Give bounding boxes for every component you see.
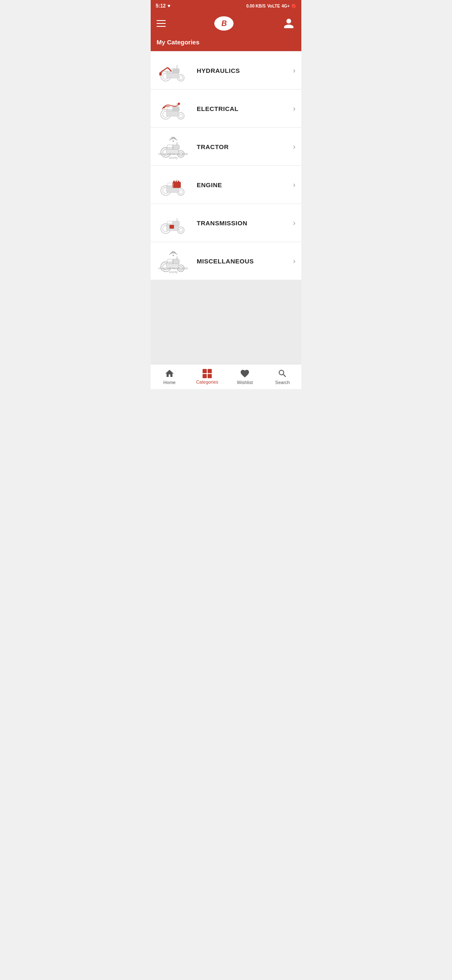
category-item-hydraulics[interactable]: HYDRAULICS › (151, 51, 301, 90)
chevron-icon-tractor: › (293, 142, 295, 151)
battery-icon: 🔴 (291, 4, 296, 8)
category-thumb-transmission (157, 208, 190, 237)
page-title-bar: My Categories (151, 35, 301, 51)
brand-logo: B (214, 16, 234, 31)
svg-line-8 (168, 67, 172, 71)
signal-badge: 4G+ (282, 4, 290, 8)
nav-label-search: Search (275, 380, 290, 385)
category-thumb-engine (157, 170, 190, 199)
category-label-tractor: TRACTOR (197, 143, 293, 150)
page-title: My Categories (157, 39, 200, 46)
svg-rect-49 (170, 225, 174, 229)
svg-point-45 (179, 228, 183, 232)
chevron-icon-hydraulics: › (293, 66, 295, 75)
svg-point-19 (178, 103, 180, 105)
category-item-transmission[interactable]: TRANSMISSION › (151, 204, 301, 242)
nav-item-search[interactable]: Search (264, 364, 301, 389)
svg-rect-36 (172, 182, 181, 188)
nav-item-categories[interactable]: Categories (188, 364, 226, 389)
svg-rect-17 (172, 107, 179, 111)
category-label-hydraulics: HYDRAULICS (197, 67, 293, 74)
svg-rect-5 (172, 69, 179, 73)
app-bar: B (151, 12, 301, 35)
hydraulics-image (158, 57, 188, 83)
category-item-tractor[interactable]: Image will be available shortly TRACTOR … (151, 128, 301, 166)
nav-label-home: Home (163, 380, 175, 385)
categories-icon (203, 369, 212, 378)
status-bar: 5:12 ♥ 0.00 KB/S VoLTE 4G+ 🔴 (151, 0, 301, 12)
category-label-miscellaneous: MISCELLANEOUS (197, 258, 293, 265)
category-list: HYDRAULICS › ELECTRICAL › (151, 51, 301, 280)
chevron-icon-engine: › (293, 181, 295, 189)
status-right: 0.00 KB/S VoLTE 4G+ 🔴 (246, 4, 296, 8)
network-speed: 0.00 KB/S (246, 4, 265, 8)
time: 5:12 (156, 3, 166, 9)
category-thumb-hydraulics (157, 56, 190, 85)
wishlist-icon (240, 369, 250, 379)
svg-point-20 (163, 107, 165, 109)
category-label-electrical: ELECTRICAL (197, 105, 293, 112)
nav-label-wishlist: Wishlist (237, 380, 253, 385)
category-thumb-miscellaneous: Image will be available shortly (157, 246, 190, 276)
svg-point-22 (172, 140, 174, 142)
health-icon: ♥ (167, 3, 170, 9)
transmission-image (158, 210, 188, 236)
nav-item-wishlist[interactable]: Wishlist (226, 364, 264, 389)
nav-label-categories: Categories (196, 379, 218, 384)
nav-item-home[interactable]: Home (151, 364, 188, 389)
electrical-image (158, 95, 188, 121)
svg-rect-28 (172, 145, 179, 150)
svg-line-7 (162, 67, 168, 71)
user-profile-button[interactable] (282, 17, 295, 30)
empty-area (151, 280, 301, 364)
volte-badge: VoLTE (267, 4, 280, 8)
svg-rect-10 (159, 72, 162, 75)
category-item-engine[interactable]: ENGINE › (151, 166, 301, 204)
chevron-icon-electrical: › (293, 104, 295, 113)
svg-rect-39 (178, 181, 180, 183)
chevron-icon-miscellaneous: › (293, 257, 295, 266)
user-icon (283, 18, 295, 29)
home-icon (164, 369, 175, 379)
placeholder-text-tractor: Image will be available shortly (157, 152, 190, 160)
category-item-miscellaneous[interactable]: Image will be available shortly MISCELLA… (151, 242, 301, 280)
chevron-icon-transmission: › (293, 219, 295, 227)
hamburger-menu[interactable] (157, 20, 166, 27)
category-thumb-tractor: Image will be available shortly (157, 132, 190, 161)
svg-rect-57 (172, 259, 179, 264)
engine-image (158, 172, 188, 198)
svg-rect-37 (173, 181, 175, 183)
category-item-electrical[interactable]: ELECTRICAL › (151, 90, 301, 128)
svg-point-3 (179, 76, 183, 80)
svg-point-15 (179, 114, 183, 118)
svg-point-51 (172, 255, 174, 256)
bottom-nav: Home Categories Wishlist Search (151, 364, 301, 389)
status-left: 5:12 ♥ (156, 3, 170, 9)
category-thumb-electrical (157, 94, 190, 123)
category-label-transmission: TRANSMISSION (197, 219, 293, 227)
category-label-engine: ENGINE (197, 181, 293, 188)
placeholder-text-miscellaneous: Image will be available shortly (157, 267, 190, 274)
search-icon (277, 369, 288, 379)
svg-point-34 (179, 190, 183, 194)
